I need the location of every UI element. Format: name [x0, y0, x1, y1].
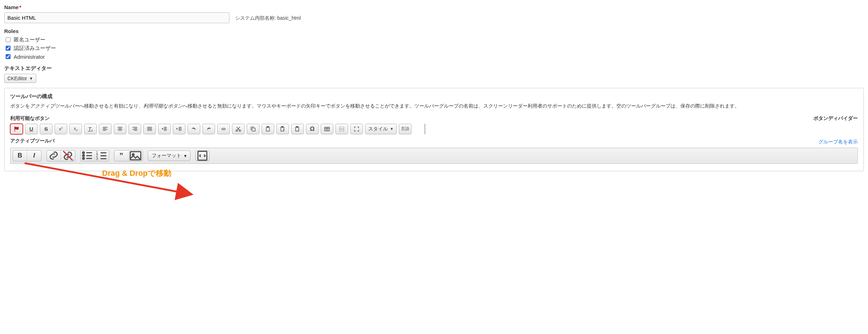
- remove-format-icon[interactable]: Tx: [84, 124, 97, 134]
- bullet-list-icon[interactable]: [81, 150, 95, 161]
- source-icon[interactable]: [195, 150, 209, 161]
- toolbar-config-description: ボタンをアクティブツールバーへ移動させると有効になり、利用可能なボタンへ移動させ…: [10, 102, 858, 110]
- role-anonymous-checkbox[interactable]: [6, 37, 11, 42]
- unlink-icon[interactable]: [61, 150, 75, 161]
- role-authenticated-label: 認証済みユーザー: [14, 45, 56, 52]
- machine-name-suffix: システム内部名称: basic_html: [235, 15, 301, 21]
- subscript-icon[interactable]: x2: [69, 124, 82, 134]
- maximize-icon[interactable]: [350, 124, 363, 134]
- svg-rect-12: [340, 127, 344, 129]
- svg-point-14: [83, 152, 84, 154]
- link-icon[interactable]: [47, 150, 61, 161]
- available-buttons-row: U S x2 x2 Tx T W Ω スタイル ▼ 言語: [10, 124, 858, 134]
- outdent-icon[interactable]: [158, 124, 171, 134]
- role-administrator-checkbox[interactable]: [6, 54, 11, 59]
- role-authenticated-checkbox[interactable]: [6, 46, 11, 51]
- group-lists: 123: [80, 150, 109, 161]
- required-mark: *: [19, 4, 21, 10]
- role-anonymous-label: 匿名ユーザー: [14, 37, 45, 43]
- toolbar-config-title: ツールバーの構成: [10, 93, 858, 100]
- active-toolbar-label: アクティブツールバ: [10, 138, 55, 144]
- paste-word-icon[interactable]: W: [291, 124, 304, 134]
- svg-rect-4: [267, 126, 269, 127]
- svg-rect-13: [340, 129, 344, 131]
- role-administrator-label: Administrator: [14, 54, 45, 60]
- language-button[interactable]: 言語: [399, 124, 411, 134]
- paste-icon[interactable]: [262, 124, 274, 134]
- roles-field: Roles 匿名ユーザー 認証済みユーザー Administrator: [4, 28, 864, 60]
- italic-icon[interactable]: I: [27, 150, 41, 161]
- text-editor-select[interactable]: CKEditor ▼: [4, 74, 36, 83]
- text-editor-field: テキストエディター CKEditor ▼: [4, 65, 864, 83]
- underline-icon[interactable]: U: [25, 124, 38, 134]
- button-divider-label: ボタンディバイダー: [813, 115, 858, 122]
- svg-text:T: T: [283, 129, 284, 131]
- svg-rect-11: [325, 127, 329, 131]
- svg-point-16: [83, 158, 84, 159]
- paste-text-icon[interactable]: T: [276, 124, 289, 134]
- undo-icon[interactable]: [188, 124, 200, 134]
- svg-text:3: 3: [96, 156, 98, 160]
- svg-rect-9: [296, 126, 298, 127]
- table-icon[interactable]: [321, 124, 333, 134]
- name-label: Name*: [4, 4, 864, 10]
- svg-rect-2: [252, 128, 255, 131]
- group-formatting: B I: [13, 150, 42, 161]
- text-editor-label: テキストエディター: [4, 65, 864, 72]
- align-left-icon[interactable]: [99, 124, 112, 134]
- show-group-names-link[interactable]: グループ名を表示: [818, 139, 858, 145]
- name-field: Name* システム内部名称: basic_html: [4, 4, 864, 23]
- flag-icon[interactable]: [10, 124, 23, 134]
- svg-text:W: W: [297, 129, 300, 131]
- align-center-icon[interactable]: [114, 124, 126, 134]
- show-blocks-icon[interactable]: [335, 124, 348, 134]
- name-input[interactable]: [4, 12, 229, 23]
- chevron-down-icon: ▾: [184, 153, 187, 159]
- role-anonymous-row: 匿名ユーザー: [4, 36, 864, 43]
- available-buttons-label: 利用可能なボタン: [10, 115, 50, 122]
- bold-icon[interactable]: B: [13, 150, 27, 161]
- cut-icon[interactable]: [232, 124, 245, 134]
- format-dropdown[interactable]: フォーマット ▾: [148, 150, 190, 161]
- strikethrough-icon[interactable]: S: [40, 124, 52, 134]
- roles-label: Roles: [4, 28, 864, 34]
- button-divider-slot[interactable]: [424, 124, 426, 134]
- svg-point-15: [83, 155, 84, 156]
- group-media: ”: [114, 150, 143, 161]
- special-char-icon[interactable]: Ω: [306, 124, 319, 134]
- chevron-down-icon: ▼: [29, 76, 33, 81]
- copy-icon[interactable]: [247, 124, 259, 134]
- available-section-header: 利用可能なボタン ボタンディバイダー: [10, 115, 858, 124]
- styles-dropdown[interactable]: スタイル ▼: [365, 124, 397, 134]
- align-justify-icon[interactable]: [143, 124, 156, 134]
- horizontal-rule-icon[interactable]: [217, 124, 230, 134]
- active-toolbar: B I 123 ” フォーマット ▾: [10, 148, 858, 164]
- align-right-icon[interactable]: [128, 124, 141, 134]
- blockquote-icon[interactable]: ”: [114, 150, 128, 161]
- superscript-icon[interactable]: x2: [55, 124, 67, 134]
- toolbar-config-panel: ツールバーの構成 ボタンをアクティブツールバーへ移動させると有効になり、利用可能…: [4, 88, 864, 171]
- numbered-list-icon[interactable]: 123: [95, 150, 109, 161]
- image-icon[interactable]: [128, 150, 143, 161]
- svg-rect-6: [282, 126, 283, 127]
- role-administrator-row: Administrator: [4, 53, 864, 60]
- indent-icon[interactable]: [173, 124, 185, 134]
- redo-icon[interactable]: [202, 124, 215, 134]
- group-links: [46, 150, 75, 161]
- role-authenticated-row: 認証済みユーザー: [4, 45, 864, 52]
- chevron-down-icon: ▼: [390, 127, 394, 131]
- active-label-row: アクティブツールバ グループ名を表示: [10, 138, 858, 146]
